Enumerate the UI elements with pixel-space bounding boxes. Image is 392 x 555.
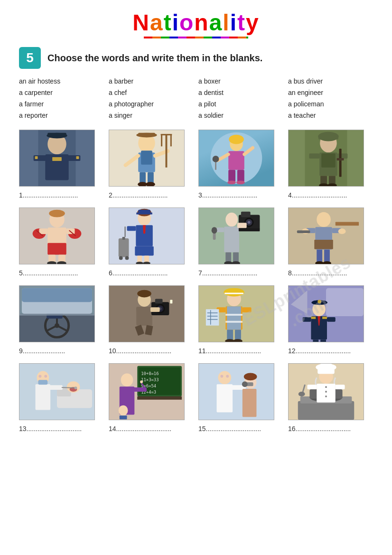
svg-rect-30 (228, 151, 244, 170)
word-1: an air hostess (19, 76, 104, 86)
instruction-row: 5 Choose the words and write them in the… (19, 47, 373, 69)
svg-rect-189 (38, 380, 48, 385)
svg-point-208 (119, 405, 128, 416)
word-4: a bus driver (288, 76, 373, 86)
blank-11[interactable]: 11.............................. (198, 347, 283, 355)
svg-point-111 (338, 228, 346, 234)
blank-15[interactable]: 15.............................. (198, 425, 283, 433)
svg-point-233 (325, 395, 327, 397)
page-title-section: Nationality (19, 9, 373, 38)
svg-rect-217 (243, 389, 257, 417)
svg-rect-157 (243, 307, 252, 312)
image-row-2 (19, 207, 373, 264)
svg-text:10+8=16: 10+8=16 (141, 371, 159, 376)
svg-point-94 (248, 221, 251, 224)
svg-point-193 (38, 375, 41, 377)
blank-7[interactable]: 7.............................. (198, 269, 283, 277)
svg-point-29 (229, 135, 244, 144)
svg-rect-86 (136, 213, 152, 215)
image-reporter (198, 207, 274, 264)
label-row-1: 1.............................. 2.......… (19, 189, 373, 199)
image-airhostess (109, 207, 185, 264)
word-6: a chef (109, 88, 194, 97)
svg-rect-49 (337, 158, 344, 160)
img-cell-8 (288, 207, 373, 264)
image-carpenter (288, 207, 364, 264)
svg-point-103 (212, 227, 217, 234)
word-3: a boxer (198, 76, 283, 86)
svg-rect-9 (35, 156, 38, 159)
blank-4[interactable]: 4.............................. (288, 191, 373, 199)
svg-rect-89 (224, 226, 239, 252)
blank-13[interactable]: 13.............................. (19, 425, 104, 433)
img-cell-2 (109, 130, 194, 187)
blank-8[interactable]: 8.............................. (288, 269, 373, 277)
svg-rect-153 (227, 306, 241, 329)
instruction-text: Choose the words and write them in the b… (47, 53, 262, 64)
svg-rect-202 (137, 396, 182, 400)
label-row-2: 5.............................. 6.......… (19, 267, 373, 277)
svg-point-218 (244, 373, 257, 381)
svg-point-177 (317, 300, 321, 303)
blank-9[interactable]: 9....................... (19, 347, 104, 355)
image-farmer (109, 130, 185, 187)
word-8: an engineer (288, 88, 373, 97)
svg-point-135 (137, 290, 151, 298)
blank-12[interactable]: 12.............................. (288, 347, 373, 355)
svg-point-56 (49, 210, 65, 217)
img-cell-13 (19, 363, 104, 420)
svg-rect-158 (206, 309, 219, 326)
word-16: a teacher (288, 111, 373, 120)
svg-rect-210 (199, 364, 274, 420)
svg-rect-74 (135, 246, 154, 256)
word-bank: an air hostess a barber a boxer a bus dr… (19, 76, 373, 120)
blank-6[interactable]: 6.............................. (109, 269, 194, 277)
svg-point-231 (325, 386, 327, 388)
svg-point-203 (121, 373, 133, 386)
svg-rect-114 (317, 250, 322, 263)
svg-rect-95 (239, 228, 260, 231)
svg-point-237 (299, 392, 305, 396)
image-singer (198, 130, 274, 187)
blank-10[interactable]: 10.............................. (109, 347, 194, 355)
svg-rect-46 (309, 153, 319, 159)
svg-rect-76 (119, 238, 129, 257)
svg-rect-179 (327, 317, 336, 322)
svg-rect-190 (48, 385, 63, 390)
svg-rect-178 (303, 317, 311, 322)
word-7: a dentist (198, 88, 283, 97)
word-11: a pilot (198, 99, 283, 109)
image-pilot (288, 285, 364, 342)
title-underline (144, 37, 248, 38)
word-5: a carpenter (19, 88, 104, 97)
blank-2[interactable]: 2.............................. (109, 191, 194, 199)
svg-point-37 (227, 180, 236, 184)
img-cell-14: 10+8=16 11×3=33 9×6=54 12÷4=3 (109, 363, 194, 420)
svg-rect-209 (120, 415, 127, 419)
svg-rect-169 (326, 288, 364, 316)
svg-rect-151 (224, 293, 243, 294)
image-row-4: 10+8=16 11×3=33 9×6=54 12÷4=3 (19, 363, 373, 420)
svg-point-84 (143, 262, 150, 264)
blank-3[interactable]: 3.............................. (198, 191, 283, 199)
svg-rect-91 (241, 212, 251, 217)
blank-14[interactable]: 14.............................. (109, 425, 194, 433)
svg-point-212 (218, 371, 231, 385)
blank-1[interactable]: 1.............................. (19, 191, 104, 199)
svg-rect-234 (308, 385, 317, 389)
svg-rect-77 (122, 237, 125, 240)
image-row-1 (19, 130, 373, 187)
blank-16[interactable]: 16.............................. (288, 425, 373, 433)
svg-point-88 (225, 213, 238, 227)
word-12: a policeman (288, 99, 373, 109)
img-cell-1 (19, 130, 104, 187)
word-9: a farmer (19, 99, 104, 109)
blank-5[interactable]: 5.............................. (19, 269, 104, 277)
svg-text:11×3=33: 11×3=33 (141, 377, 159, 382)
svg-rect-58 (47, 243, 66, 255)
svg-point-192 (75, 386, 77, 389)
svg-line-191 (62, 387, 75, 388)
svg-rect-172 (311, 317, 316, 319)
image-dentist (19, 363, 95, 420)
svg-point-25 (138, 182, 147, 187)
